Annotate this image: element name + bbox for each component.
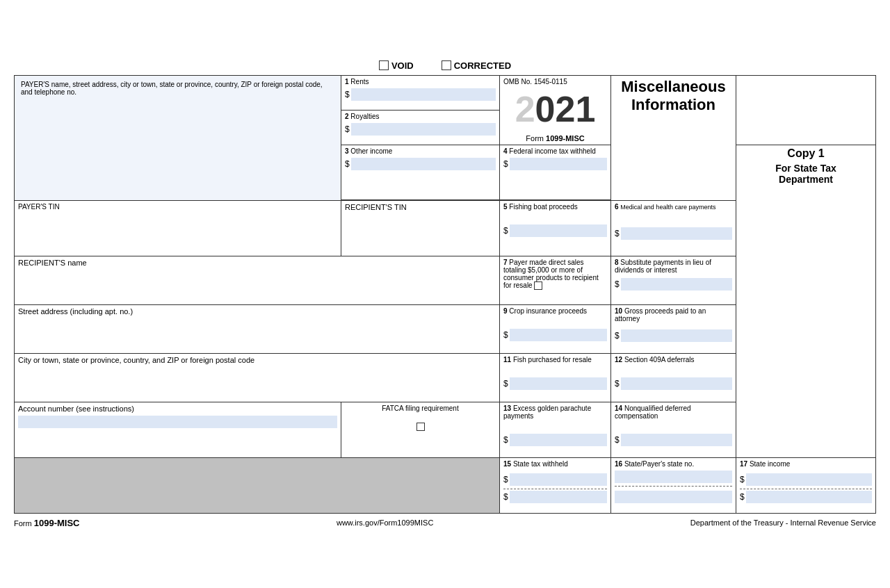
box13-name: Excess golden parachute payments — [503, 405, 591, 420]
payers-tin-label: PAYER'S TIN — [18, 203, 60, 211]
top-bar: VOID CORRECTED — [14, 60, 876, 71]
box12-input[interactable] — [621, 377, 732, 390]
state-gray-cell — [15, 457, 500, 513]
box16-input1[interactable] — [615, 471, 732, 483]
box2-dollar: $ — [345, 124, 350, 134]
box9-cell: 9 Crop insurance proceeds $ — [500, 304, 611, 353]
box15-name: State tax withheld — [513, 460, 568, 468]
form-number-label: Form 1099-MISC — [503, 134, 607, 142]
footer-website: www.irs.gov/Form1099MISC — [337, 518, 433, 527]
box6-name: Medical and health care payments — [620, 204, 715, 211]
box10-dollar: $ — [615, 331, 620, 341]
box14-dollar: $ — [615, 435, 620, 445]
box1-name: Rents — [350, 78, 369, 85]
fatca-cell: FATCA filing requirement — [341, 402, 500, 457]
account-number-input[interactable] — [18, 416, 337, 428]
fatca-checkbox[interactable] — [416, 423, 425, 431]
payer-label: PAYER'S name, street address, city or to… — [21, 81, 323, 96]
account-number-label: Account number (see instructions) — [18, 405, 134, 413]
box9-input[interactable] — [510, 329, 607, 341]
copy-cell: Copy 1 For State Tax Department — [736, 145, 876, 457]
form-number-text: 1099-MISC — [546, 134, 585, 142]
void-checkbox[interactable] — [379, 60, 389, 70]
box16-cell: 16 State/Payer's state no. — [611, 457, 736, 513]
box12-num: 12 — [615, 356, 622, 364]
footer-form-number: 1099-MISC — [34, 518, 80, 528]
box10-name: Gross proceeds paid to an attorney — [615, 307, 706, 322]
box11-cell: 11 Fish purchased for resale $ — [500, 353, 611, 402]
box2-cell: 2 Royalties $ — [341, 110, 500, 145]
box17-num: 17 — [740, 460, 747, 468]
misc-title: Miscellaneous Information — [615, 78, 732, 115]
box1-input[interactable] — [351, 88, 496, 101]
box5-cell: 5 Fishing boat proceeds $ — [500, 200, 611, 256]
street-address-label: Street address (including apt. no.) — [18, 307, 133, 316]
box4-name: Federal income tax withheld — [509, 147, 596, 155]
box1-num: 1 — [345, 78, 349, 85]
year-digit-021: 021 — [535, 88, 596, 130]
box15-dollar1: $ — [503, 475, 508, 484]
street-address-cell: Street address (including apt. no.) — [15, 304, 500, 353]
form-1099-misc: PAYER'S name, street address, city or to… — [14, 75, 876, 514]
footer: Form 1099-MISC www.irs.gov/Form1099MISC … — [14, 518, 876, 528]
box8-name: Substitute payments in lieu of dividends… — [615, 259, 711, 274]
box2-input[interactable] — [351, 123, 496, 136]
box15-dollar2: $ — [503, 492, 508, 502]
void-checkbox-label: VOID — [379, 60, 414, 71]
omb-year-cell: OMB No. 1545-0115 2021 Form 1099-MISC — [500, 75, 611, 145]
void-label: VOID — [391, 60, 414, 71]
box5-name: Fishing boat proceeds — [509, 203, 577, 211]
box11-input[interactable] — [510, 377, 607, 390]
box14-input[interactable] — [621, 434, 732, 446]
box17-dollar2: $ — [740, 492, 745, 502]
box14-num: 14 — [615, 405, 622, 412]
box15-input1[interactable] — [510, 473, 607, 486]
box4-num: 4 — [503, 147, 508, 155]
box13-cell: 13 Excess golden parachute payments $ — [500, 402, 611, 457]
box9-name: Crop insurance proceeds — [509, 307, 587, 315]
fatca-label: FATCA filing requirement — [345, 405, 496, 412]
corrected-label: CORRECTED — [454, 60, 511, 71]
box12-dollar: $ — [615, 379, 620, 389]
corrected-checkbox-label: CORRECTED — [442, 60, 511, 71]
box7-cell: 7 Payer made direct sales totaling $5,00… — [500, 256, 611, 304]
box1-cell: 1 Rents $ — [341, 75, 500, 110]
box13-num: 13 — [503, 405, 511, 412]
box11-name: Fish purchased for resale — [513, 356, 592, 364]
box2-num: 2 — [345, 113, 349, 120]
box3-num: 3 — [345, 147, 349, 155]
box6-input[interactable] — [621, 227, 732, 240]
box9-dollar: $ — [503, 330, 508, 340]
box7-checkbox[interactable] — [534, 281, 542, 290]
box13-input[interactable] — [510, 434, 607, 446]
box12-cell: 12 Section 409A deferrals $ — [611, 353, 736, 402]
box11-dollar: $ — [503, 379, 508, 389]
box7-name: Payer made direct sales totaling $5,000 … — [503, 259, 599, 289]
box16-input2[interactable] — [615, 491, 732, 503]
copy-desc: For State Tax Department — [740, 163, 872, 185]
box13-dollar: $ — [503, 435, 508, 445]
box8-num: 8 — [615, 259, 619, 266]
box10-cell: 10 Gross proceeds paid to an attorney $ — [611, 304, 736, 353]
box8-input[interactable] — [621, 278, 732, 291]
footer-form-label: Form 1099-MISC — [14, 518, 79, 528]
box15-num: 15 — [503, 460, 511, 468]
box10-input[interactable] — [621, 329, 732, 342]
year-digit-2: 2 — [515, 88, 535, 130]
box8-dollar: $ — [615, 279, 620, 289]
box17-input1[interactable] — [746, 473, 872, 486]
box5-input[interactable] — [510, 224, 607, 237]
box4-input[interactable] — [510, 158, 607, 170]
box4-cell: 4 Federal income tax withheld $ — [500, 145, 611, 199]
box11-num: 11 — [503, 356, 511, 364]
box3-input[interactable] — [351, 158, 496, 170]
box17-input2[interactable] — [746, 491, 872, 503]
box3-cell: 3 Other income $ — [341, 145, 500, 199]
box15-cell: 15 State tax withheld $ $ — [500, 457, 611, 513]
box9-num: 9 — [503, 307, 508, 315]
copy-title: Copy 1 — [740, 147, 872, 160]
footer-dept: Department of the Treasury - Internal Re… — [690, 518, 876, 527]
payer-name-cell: PAYER'S name, street address, city or to… — [15, 75, 341, 200]
corrected-checkbox[interactable] — [442, 60, 451, 70]
box15-input2[interactable] — [510, 491, 607, 503]
